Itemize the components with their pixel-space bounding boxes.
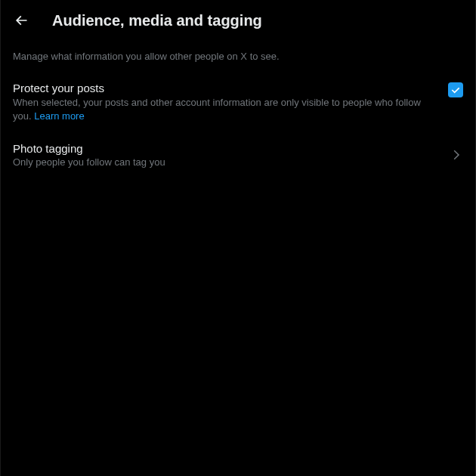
settings-panel: Audience, media and tagging Manage what … xyxy=(0,0,476,476)
protect-posts-checkbox[interactable] xyxy=(448,82,463,97)
photo-tagging-text: Photo tagging Only people you follow can… xyxy=(13,142,440,168)
check-icon xyxy=(450,84,462,96)
protect-posts-title: Protect your posts xyxy=(13,82,439,94)
page-title: Audience, media and tagging xyxy=(52,12,262,29)
protect-posts-text: Protect your posts When selected, your p… xyxy=(13,82,439,123)
header: Audience, media and tagging xyxy=(1,0,475,41)
protect-posts-row: Protect your posts When selected, your p… xyxy=(1,73,475,132)
chevron-right-icon xyxy=(450,148,463,162)
arrow-left-icon xyxy=(14,13,29,28)
page-description: Manage what information you allow other … xyxy=(1,41,475,73)
back-button[interactable] xyxy=(8,8,34,33)
protect-posts-desc: When selected, your posts and other acco… xyxy=(13,96,439,123)
photo-tagging-title: Photo tagging xyxy=(13,142,440,155)
photo-tagging-row[interactable]: Photo tagging Only people you follow can… xyxy=(1,133,475,177)
learn-more-link[interactable]: Learn more xyxy=(34,110,84,122)
photo-tagging-desc: Only people you follow can tag you xyxy=(13,156,440,168)
